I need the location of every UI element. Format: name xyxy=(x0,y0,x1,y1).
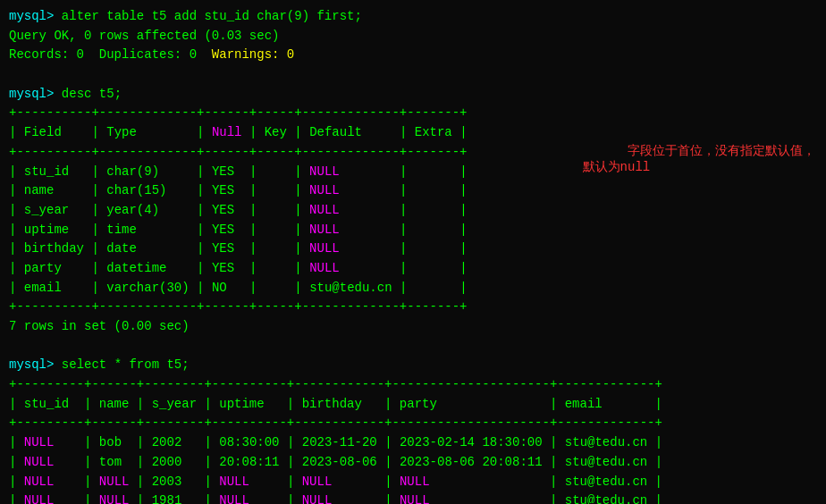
desc-row-uptime: | uptime | time | YES | | NULL | | xyxy=(9,221,817,240)
select-cmd: mysql> select * from t5; xyxy=(9,356,817,375)
select-border-top: +---------+------+--------+----------+--… xyxy=(9,375,817,395)
blank-line-1 xyxy=(9,65,817,85)
terminal: mysql> alter table t5 add stu_id char(9)… xyxy=(9,7,817,504)
desc-annotation: 字段位于首位，没有指定默认值，默认为null xyxy=(583,129,815,189)
select-row-1: | NULL | bob | 2002 | 08:30:00 | 2023-11… xyxy=(9,433,817,453)
select-table: +---------+------+--------+----------+--… xyxy=(9,375,817,504)
alter-table-cmd: mysql> alter table t5 add stu_id char(9)… xyxy=(9,7,817,27)
desc-row-birthday: | birthday | date | YES | | NULL | | xyxy=(9,239,817,259)
select-row-4: | NULL | NULL | 1981 | NULL | NULL | NUL… xyxy=(9,491,817,504)
desc-cmd: mysql> desc t5; xyxy=(9,85,817,105)
desc-row-email: | email | varchar(30) | NO | | stu@tedu.… xyxy=(9,279,817,298)
desc-table-border-top: +----------+-------------+------+-----+-… xyxy=(9,104,817,123)
select-row-3: | NULL | NULL | 2003 | NULL | NULL | NUL… xyxy=(9,473,817,492)
select-border-mid: +---------+------+--------+----------+--… xyxy=(9,414,817,433)
query-ok-line: Query OK, 0 rows affected (0.03 sec) xyxy=(9,27,817,46)
desc-row-party: | party | datetime | YES | | NULL | | xyxy=(9,259,817,279)
records-line: Records: 0 Duplicates: 0 Warnings: 0 xyxy=(9,46,817,65)
blank-line-2 xyxy=(9,337,817,357)
select-row-2: | NULL | tom | 2000 | 20:08:11 | 2023-08… xyxy=(9,453,817,473)
desc-row-s_year: | s_year | year(4) | YES | | NULL | | xyxy=(9,201,817,221)
desc-table: +----------+-------------+------+-----+-… xyxy=(9,104,817,317)
desc-table-border-bot: +----------+-------------+------+-----+-… xyxy=(9,298,817,317)
desc-footer: 7 rows in set (0.00 sec) xyxy=(9,317,817,337)
select-header: | stu_id | name | s_year | uptime | birt… xyxy=(9,395,817,415)
